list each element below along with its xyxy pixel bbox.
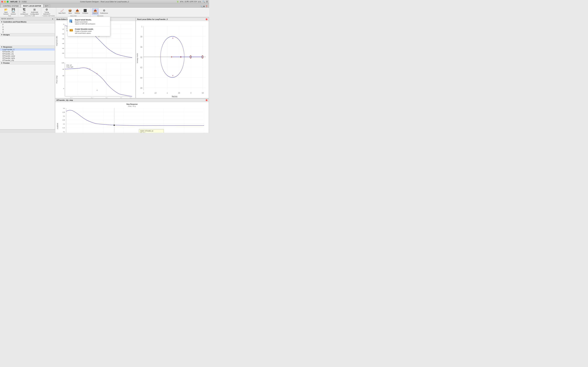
toolbar-analysis-group: 📈 New Plot ▾ 📦 Store 📥 Retrieve ⬛ Compar… <box>56 8 90 17</box>
tuning-methods-button[interactable]: ⚙ TuningMethods ▾ <box>43 8 51 15</box>
analysis-buttons: 📈 New Plot ▾ 📦 Store 📥 Retrieve ⬛ Compar… <box>58 8 89 15</box>
response-item-IOTransfer_du2y[interactable]: IOTransfer_du2y <box>0 55 55 57</box>
preferences-button[interactable]: ⚙ Preferences <box>99 8 109 15</box>
battery-icon: 🔋 <box>177 1 179 3</box>
preview-section: ▼ Preview <box>0 61 55 129</box>
response-item-IOTransfer_r2u[interactable]: IOTransfer_r2u <box>0 53 55 55</box>
export-divider <box>68 26 110 27</box>
svg-text:×: × <box>172 37 173 40</box>
response-item-IOTransfer_n2y[interactable]: IOTransfer_n2y <box>0 59 55 61</box>
response-item-IOTransfer_dy2y[interactable]: IOTransfer_dy2y <box>0 57 55 59</box>
tab-보기-label: 보기 <box>45 5 48 7</box>
window-controls[interactable] <box>1 1 9 3</box>
root-locus-title: Root Locus Editor for LoopTransfer_C <box>137 18 168 20</box>
controller-item-C[interactable]: C <box>0 26 55 28</box>
retrieve-button[interactable]: 📥 Retrieve <box>74 8 81 15</box>
tab-search-icon[interactable]: 🔍 <box>200 5 203 8</box>
designs-section-label: DESIGNS <box>92 15 109 17</box>
root-locus-body[interactable]: -2 -1.5 -1 -0.5 0 0.5 1 0.8 0.6 0.2 -0.2… <box>136 21 209 98</box>
data-browser-label: 데이터 브라우저 <box>1 17 13 20</box>
response-item-LoopTransfer_C[interactable]: LoopTransfer_C <box>0 49 55 51</box>
svg-text:Real Axis: Real Axis <box>172 95 177 98</box>
svg-text:0.4: 0.4 <box>63 108 65 109</box>
toolbar-architecture-group: 🏗 EditArchitecture ⊞ MultimodelConfigura… <box>18 8 41 17</box>
svg-text:System: IOTransfer_r2y: System: IOTransfer_r2y <box>140 130 153 132</box>
search-icon[interactable]: 🔍 <box>202 0 205 3</box>
export-tuned-blocks-item[interactable]: Export tuned blocks. Export tuned blockv… <box>68 17 110 26</box>
controller-item-G[interactable]: G <box>0 28 55 31</box>
svg-text:-60: -60 <box>62 52 64 54</box>
controller-item-F[interactable]: F <box>0 23 55 26</box>
svg-text:10⁰: 10⁰ <box>105 97 107 98</box>
svg-text:From: r  To: y: From: r To: y <box>128 105 136 107</box>
responses-section-header[interactable]: ▼ Responses <box>0 46 55 49</box>
tab-control-system-label: CONTROL SYSTEM <box>3 5 18 7</box>
create-simulink-model-item[interactable]: Create Simulink model. Create a Simulink… <box>68 27 110 35</box>
compare-button[interactable]: ⬛ Compare <box>81 8 89 15</box>
svg-text:0.8: 0.8 <box>141 35 142 38</box>
step-response-close-button[interactable]: × <box>206 99 208 101</box>
menu-창[interactable]: 창 <box>19 0 20 3</box>
svg-text:Freq: NaN: Freq: NaN <box>67 66 73 68</box>
save-session-button[interactable]: 💾 SaveSession <box>10 8 17 15</box>
svg-text:10⁻²: 10⁻² <box>70 97 73 98</box>
controllers-section-header[interactable]: ▼ Controllers and Fixed Blocks <box>0 20 55 23</box>
svg-text:0.1: 0.1 <box>63 131 65 133</box>
svg-text:0: 0 <box>63 88 64 89</box>
edit-architecture-button[interactable]: 🏗 EditArchitecture <box>19 8 29 15</box>
time-display: (오후) 오후 3:14 <box>185 0 197 3</box>
minimize-window-button[interactable] <box>4 1 6 3</box>
designs-content <box>0 36 55 45</box>
tab-layout-icon[interactable]: ⊞ <box>203 5 205 8</box>
designs-section-header[interactable]: ▼ Designs <box>0 33 55 36</box>
battery-percent: 97% <box>180 1 183 3</box>
export-tuned-blocks-title: Export tuned blocks. <box>75 19 95 21</box>
open-session-button[interactable]: 📂 OpenSession <box>2 8 9 15</box>
step-response-body[interactable]: Step Response From: r To: y <box>55 102 209 133</box>
svg-text:×: × <box>172 74 173 77</box>
export-button[interactable]: 📤 Export ▾ <box>92 8 99 15</box>
compare-label: Compare <box>82 12 88 14</box>
new-plot-button[interactable]: 📈 New Plot ▾ <box>58 8 67 15</box>
new-plot-icon: 📈 <box>60 9 64 12</box>
tab-help-icon[interactable]: ❓ <box>205 5 208 8</box>
responses-chevron-icon: ▼ <box>1 46 3 48</box>
tab-root-locus-editor[interactable]: ROOT LOCUS EDITOR <box>21 4 43 8</box>
export-tuned-blocks-icon <box>69 19 73 23</box>
svg-text:-0.8: -0.8 <box>140 87 142 89</box>
preview-section-header[interactable]: ▼ Preview <box>0 62 55 65</box>
store-button[interactable]: 📦 Store <box>67 8 73 15</box>
svg-text:-1: -1 <box>167 92 168 94</box>
panel-collapse-icon[interactable]: ▲ <box>52 18 53 20</box>
controllers-section-label: Controllers and Fixed Blocks <box>3 21 26 23</box>
maximize-window-button[interactable] <box>7 1 9 3</box>
svg-text:×: × <box>97 90 97 91</box>
control-center-icon[interactable]: ☰ <box>206 0 208 3</box>
toolbar: 📂 OpenSession 💾 SaveSession FILE 🏗 EditA… <box>0 8 209 17</box>
tab-보기[interactable]: 보기 <box>43 4 50 8</box>
tuning-icon: ⚙ <box>45 8 48 11</box>
root-locus-close-button[interactable]: × <box>206 18 208 20</box>
svg-rect-64 <box>136 21 209 98</box>
step-response-panel: IOTransfer_r2y: step × Step Response Fro… <box>55 99 209 133</box>
new-plot-label: New Plot ▾ <box>59 12 66 14</box>
tab-control-system[interactable]: CONTROL SYSTEM <box>1 4 21 8</box>
multimodel-configuration-button[interactable]: ⊞ MultimodelConfiguration <box>29 8 40 15</box>
menu-도움말[interactable]: 도움말 <box>22 0 27 3</box>
controller-item-H[interactable]: H <box>0 31 55 33</box>
svg-text:-0.5: -0.5 <box>178 92 180 94</box>
svg-text:0.35: 0.35 <box>62 112 65 113</box>
svg-text:Amplitude: Amplitude <box>57 123 58 129</box>
tuning-buttons: ⚙ TuningMethods ▾ <box>43 8 55 15</box>
svg-text:×: × <box>97 73 97 75</box>
svg-text:-2: -2 <box>143 92 144 94</box>
svg-text:0.6: 0.6 <box>141 46 142 48</box>
close-window-button[interactable] <box>1 1 3 3</box>
response-item-IOTransfer_r2y[interactable]: IOTransfer_r2y <box>0 51 55 53</box>
bottom-plot-row: IOTransfer_r2y: step × Step Response Fro… <box>55 99 209 133</box>
svg-text:0.15: 0.15 <box>62 127 65 129</box>
root-locus-panel: Root Locus Editor for LoopTransfer_C × <box>136 17 209 98</box>
svg-text:×: × <box>89 68 90 70</box>
open-session-icon: 📂 <box>4 8 8 11</box>
title-bar-right: 🔋 97% (오후) 오후 3:14 U.S. 🔍 ☰ <box>177 0 208 3</box>
